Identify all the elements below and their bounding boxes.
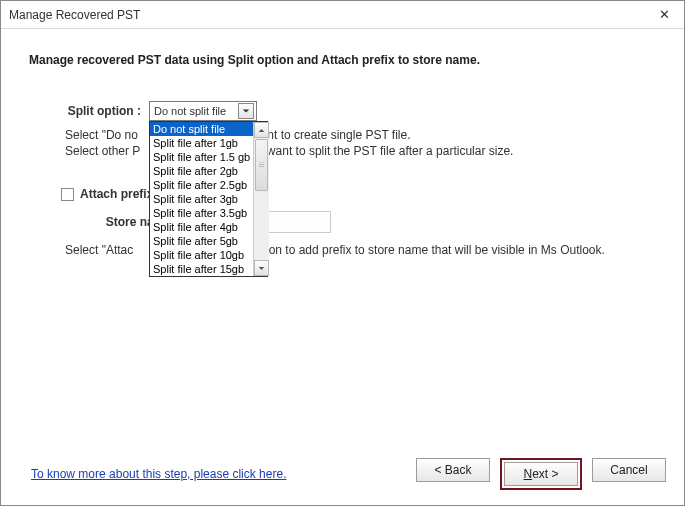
dropdown-option[interactable]: Split file after 4gb <box>150 220 253 234</box>
scroll-down-icon[interactable] <box>254 260 269 276</box>
titlebar: Manage Recovered PST ✕ <box>1 1 684 29</box>
dropdown-option[interactable]: Split file after 5gb <box>150 234 253 248</box>
chevron-down-icon[interactable] <box>238 103 254 119</box>
dropdown-option[interactable]: Split file after 1.5 gb <box>150 150 253 164</box>
dropdown-scrollbar[interactable] <box>253 122 269 276</box>
dropdown-option[interactable]: Split file after 2gb <box>150 164 253 178</box>
cancel-button[interactable]: Cancel <box>592 458 666 482</box>
split-option-combo[interactable]: Do not split file Do not split fileSplit… <box>149 101 257 121</box>
attach-prefix-checkbox[interactable] <box>61 188 74 201</box>
next-button-highlight: Next > <box>500 458 582 490</box>
page-heading: Manage recovered PST data using Split op… <box>29 53 656 67</box>
dropdown-option[interactable]: Split file after 3gb <box>150 192 253 206</box>
footer: To know more about this step, please cli… <box>1 453 684 505</box>
next-button[interactable]: Next > <box>504 462 578 486</box>
dropdown-option[interactable]: Split file after 2.5gb <box>150 178 253 192</box>
scroll-up-icon[interactable] <box>254 122 269 138</box>
split-option-label: Split option : <box>29 104 149 118</box>
dropdown-option[interactable]: Split file after 3.5gb <box>150 206 253 220</box>
split-option-dropdown: Do not split fileSplit file after 1gbSpl… <box>149 121 268 277</box>
split-option-display[interactable]: Do not split file <box>149 101 257 121</box>
dropdown-option[interactable]: Do not split file <box>150 122 253 136</box>
dialog-window: Manage Recovered PST ✕ Manage recovered … <box>0 0 685 506</box>
dropdown-option[interactable]: Split file after 15gb <box>150 262 253 276</box>
dropdown-option[interactable]: Split file after 10gb <box>150 248 253 262</box>
content-area: Manage recovered PST data using Split op… <box>1 29 684 453</box>
window-title: Manage Recovered PST <box>9 8 140 22</box>
button-bar: < Back Next > Cancel <box>416 458 666 490</box>
help-link[interactable]: To know more about this step, please cli… <box>31 467 286 481</box>
back-button[interactable]: < Back <box>416 458 490 482</box>
dropdown-option[interactable]: Split file after 1gb <box>150 136 253 150</box>
dropdown-list: Do not split fileSplit file after 1gbSpl… <box>150 122 253 276</box>
split-option-row: Split option : Do not split file Do not … <box>29 101 656 121</box>
scroll-thumb[interactable] <box>255 139 268 191</box>
split-option-selected: Do not split file <box>154 105 226 117</box>
close-button[interactable]: ✕ <box>644 1 684 29</box>
